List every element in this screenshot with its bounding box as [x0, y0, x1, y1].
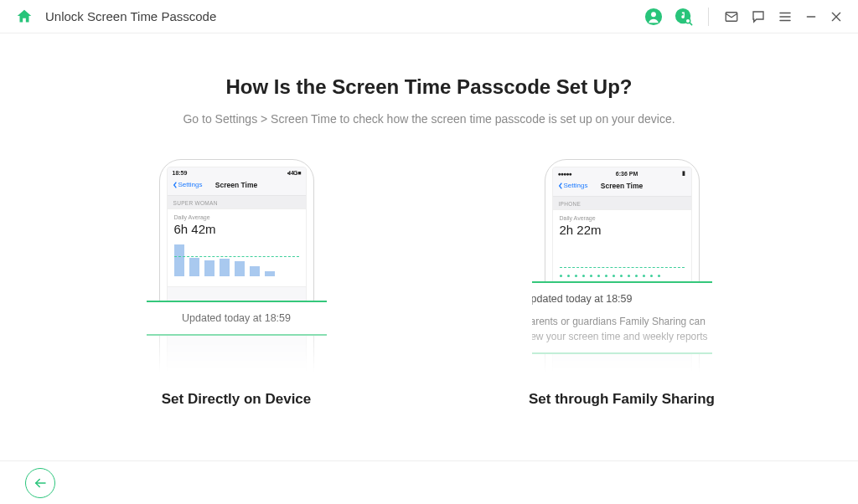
option-direct-device[interactable]: 18:59 •ıl 4G ■ Settings Screen Time SUPE…: [111, 159, 362, 408]
phone-mockup-right: ●●●●● 6:36 PM ▮ Settings Screen Time IPH…: [532, 159, 712, 373]
phone-mockup-left: 18:59 •ıl 4G ■ Settings Screen Time SUPE…: [147, 159, 327, 373]
header-right: [644, 8, 843, 26]
option-family-sharing[interactable]: ●●●●● 6:36 PM ▮ Settings Screen Time IPH…: [496, 159, 747, 408]
footer-bar: [0, 460, 858, 504]
phone-section-label: SUPER WOMAN: [168, 196, 306, 208]
close-icon[interactable]: [830, 10, 843, 23]
phone-nav-title: Screen Time: [168, 181, 306, 189]
feedback-icon[interactable]: [751, 9, 766, 24]
option-label-family: Set through Family Sharing: [529, 391, 715, 408]
phone-time: 18:59: [173, 170, 188, 176]
daily-average-value: 2h 22m: [560, 223, 685, 237]
header-left: Unlock Screen Time Passcode: [15, 8, 644, 26]
menu-icon[interactable]: [778, 9, 793, 24]
phone-signal: •ıl 4G ■: [287, 170, 301, 176]
main-content: How Is the Screen Time Passcode Set Up? …: [0, 33, 858, 408]
options-row: 18:59 •ıl 4G ■ Settings Screen Time SUPE…: [0, 159, 858, 408]
minimize-icon[interactable]: [804, 10, 818, 23]
home-icon[interactable]: [15, 8, 34, 26]
phone-signal-dots: ●●●●●: [558, 171, 571, 177]
phone-battery: ▮: [682, 170, 685, 177]
overlay-family-sharing: Updated today at 18:59 Parents or guardi…: [532, 281, 712, 354]
usage-bar-chart: [174, 241, 299, 283]
option-label-direct: Set Directly on Device: [162, 391, 312, 408]
header-bar: Unlock Screen Time Passcode: [0, 0, 858, 33]
phone-time: 6:36 PM: [616, 171, 638, 177]
header-divider: [708, 8, 709, 26]
main-subtitle: Go to Settings > Screen Time to check ho…: [0, 112, 858, 126]
daily-average-label: Daily Average: [174, 214, 299, 220]
mail-icon[interactable]: [724, 9, 739, 24]
overlay-line1: Updated today at 18:59: [532, 291, 712, 306]
music-search-icon[interactable]: [675, 8, 693, 26]
header-title: Unlock Screen Time Passcode: [45, 9, 216, 23]
usage-dot-chart: [560, 242, 685, 284]
svg-line-4: [690, 23, 691, 24]
account-icon[interactable]: [644, 8, 663, 26]
svg-point-1: [651, 12, 656, 17]
daily-average-label: Daily Average: [560, 215, 685, 221]
back-button[interactable]: [25, 468, 55, 498]
phone-section-label: IPHONE: [553, 197, 691, 209]
main-title: How Is the Screen Time Passcode Set Up?: [0, 75, 858, 99]
phone-nav-title: Screen Time: [553, 182, 691, 190]
overlay-updated-text: Updated today at 18:59: [147, 301, 327, 336]
daily-average-value: 6h 42m: [174, 222, 299, 236]
overlay-line2: Parents or guardians Family Sharing can …: [532, 315, 712, 344]
